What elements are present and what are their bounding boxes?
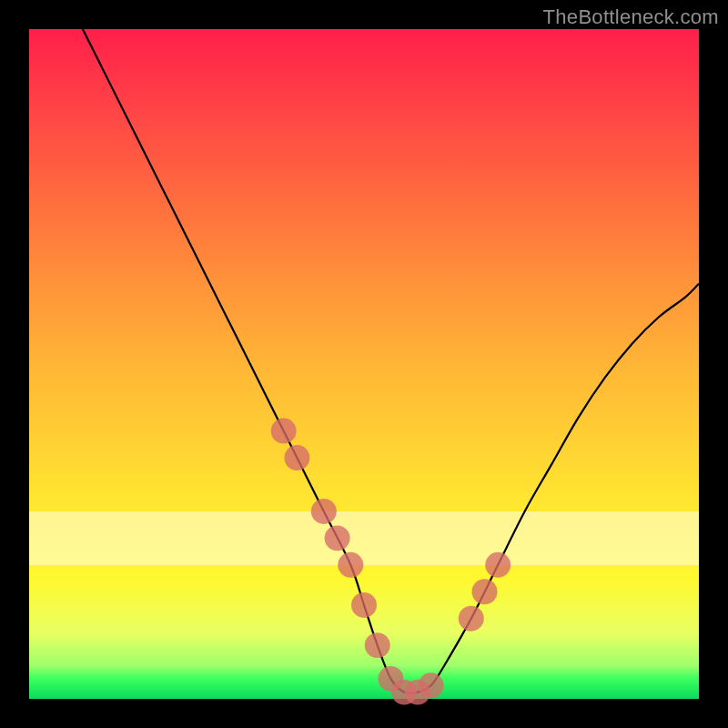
marker-group: [271, 419, 511, 705]
data-marker: [471, 579, 497, 604]
curve-svg: [29, 29, 699, 699]
watermark-text: TheBottleneck.com: [543, 5, 719, 29]
data-marker: [485, 552, 511, 578]
data-marker: [284, 445, 309, 470]
data-marker: [365, 632, 390, 658]
plot-area: [29, 29, 699, 699]
chart-frame: TheBottleneck.com: [0, 0, 728, 728]
data-marker: [271, 419, 297, 444]
bottleneck-curve: [83, 29, 699, 693]
data-marker: [311, 499, 337, 524]
data-marker: [459, 606, 484, 632]
data-marker: [351, 592, 377, 618]
data-marker: [338, 552, 363, 578]
data-marker: [419, 672, 444, 698]
data-marker: [325, 525, 350, 551]
